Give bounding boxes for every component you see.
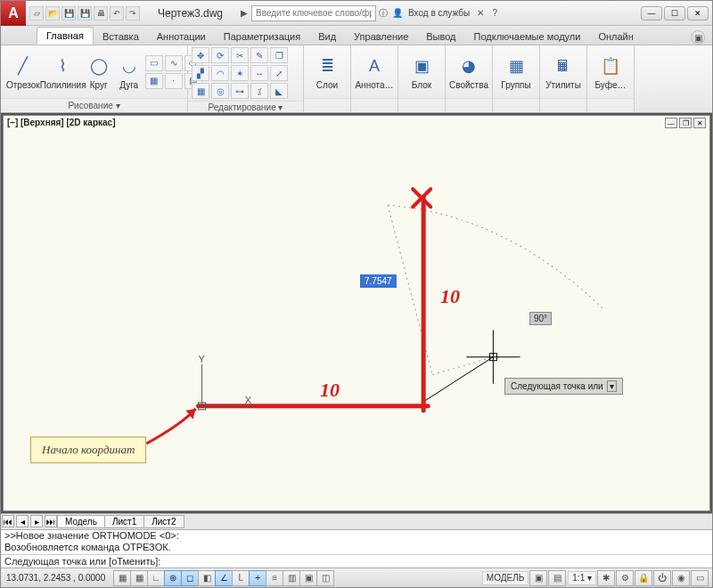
qp-toggle[interactable]: ▣ bbox=[299, 570, 317, 586]
trim-icon[interactable]: ✂ bbox=[231, 47, 249, 63]
qat-saveas-icon[interactable]: 💾 bbox=[78, 6, 92, 20]
qat-undo-icon[interactable]: ↶ bbox=[110, 6, 124, 20]
copy-icon[interactable]: ❐ bbox=[270, 47, 288, 63]
point-icon[interactable]: · bbox=[165, 73, 183, 89]
layers-button[interactable]: ≣Слои bbox=[307, 52, 347, 92]
break-icon[interactable]: ⁒ bbox=[250, 83, 268, 99]
minimize-button[interactable]: — bbox=[641, 6, 662, 20]
anno-scale[interactable]: 1:1 ▾ bbox=[568, 571, 596, 585]
panel-block: ▣Блок bbox=[398, 45, 446, 112]
osnap-toggle[interactable]: ◻ bbox=[181, 570, 199, 586]
qat-open-icon[interactable]: 📂 bbox=[45, 6, 60, 20]
qat-new-icon[interactable]: ▱ bbox=[29, 6, 44, 20]
arc-button[interactable]: ◡Дуга bbox=[115, 52, 143, 92]
sc-toggle[interactable]: ◫ bbox=[316, 570, 334, 586]
tab-output[interactable]: Вывод bbox=[417, 29, 464, 45]
layout-nav-first-icon[interactable]: ⏮ bbox=[2, 515, 14, 527]
3dosnap-toggle[interactable]: ◧ bbox=[198, 570, 216, 586]
circle-button[interactable]: ◯Круг bbox=[85, 52, 113, 92]
qat-print-icon[interactable]: 🖶 bbox=[94, 6, 108, 20]
groups-button[interactable]: ▦Группы bbox=[496, 52, 536, 92]
workspace-switch-icon[interactable]: ⚙ bbox=[616, 570, 634, 586]
drawing-area[interactable]: [–] [Верхняя] [2D каркас] — ❐ ✕ bbox=[1, 113, 712, 513]
rect-icon[interactable]: ▭ bbox=[145, 55, 163, 71]
search-input[interactable] bbox=[251, 5, 376, 21]
tpy-toggle[interactable]: ▥ bbox=[283, 570, 300, 586]
join-icon[interactable]: ⊶ bbox=[231, 83, 249, 99]
layout-tab-1[interactable]: Лист1 bbox=[104, 515, 144, 528]
rotate-icon[interactable]: ⟳ bbox=[211, 47, 229, 63]
tab-annotate[interactable]: Аннотации bbox=[148, 29, 215, 45]
line-button[interactable]: ╱Отрезок bbox=[4, 52, 42, 92]
panel-draw-title[interactable]: Рисование ▾ bbox=[1, 98, 187, 112]
clean-screen-icon[interactable]: ▭ bbox=[691, 570, 709, 586]
help-icon[interactable]: ? bbox=[488, 6, 502, 20]
lwt-toggle[interactable]: ≡ bbox=[266, 570, 283, 586]
exchange-icon[interactable]: ✕ bbox=[473, 6, 488, 20]
layout-tab-model[interactable]: Модель bbox=[57, 515, 105, 528]
panel-edit-title[interactable]: Редактирование ▾ bbox=[188, 101, 303, 112]
tab-plugins[interactable]: Подключаемые модули bbox=[465, 29, 590, 45]
hatch-icon[interactable]: ▦ bbox=[145, 73, 163, 89]
app-window: A ▱ 📂 💾 💾 🖶 ↶ ↷ Чертеж3.dwg ▶ ⓘ 👤 Вход в… bbox=[0, 0, 713, 588]
dyn-toggle[interactable]: + bbox=[249, 570, 266, 586]
scale-icon[interactable]: ⤢ bbox=[270, 65, 288, 81]
tab-parametric[interactable]: Параметризация bbox=[215, 29, 309, 45]
chamfer-icon[interactable]: ◣ bbox=[270, 83, 288, 99]
move-icon[interactable]: ✥ bbox=[192, 47, 209, 63]
isolate-objects-icon[interactable]: ◉ bbox=[672, 570, 690, 586]
otrack-toggle[interactable]: ∠ bbox=[215, 570, 233, 586]
model-space-toggle[interactable]: МОДЕЛЬ bbox=[482, 571, 529, 585]
viewport[interactable]: [–] [Верхняя] [2D каркас] — ❐ ✕ bbox=[3, 115, 710, 511]
dynamic-length-input[interactable]: 7.7547 bbox=[360, 274, 397, 288]
signin-link[interactable]: Вход в службы bbox=[405, 8, 473, 18]
panel-utils: 🖩Утилиты bbox=[540, 45, 587, 112]
tab-manage[interactable]: Управление bbox=[345, 29, 417, 45]
polyline-button[interactable]: ⌇Полилиния bbox=[44, 52, 83, 92]
maximize-button[interactable]: ☐ bbox=[664, 6, 685, 20]
offset-icon[interactable]: ◎ bbox=[211, 83, 229, 99]
layout-nav-next-icon[interactable]: ▸ bbox=[30, 515, 43, 527]
quickview-drawings-icon[interactable]: ▤ bbox=[548, 570, 566, 586]
close-button[interactable]: ✕ bbox=[687, 6, 709, 20]
erase-icon[interactable]: ✎ bbox=[250, 47, 268, 63]
stretch-icon[interactable]: ↔ bbox=[250, 65, 268, 81]
clipboard-button[interactable]: 📋Буфе… bbox=[591, 52, 630, 92]
explode-icon[interactable]: ✶ bbox=[231, 65, 249, 81]
block-button[interactable]: ▣Блок bbox=[402, 52, 441, 92]
quickview-layouts-icon[interactable]: ▣ bbox=[529, 570, 547, 586]
ducs-toggle[interactable]: L bbox=[232, 570, 250, 586]
qat-save-icon[interactable]: 💾 bbox=[61, 6, 76, 20]
ortho-toggle[interactable]: ∟ bbox=[147, 570, 165, 586]
search-play-icon[interactable]: ▶ bbox=[237, 6, 251, 20]
tab-online[interactable]: Онлайн bbox=[589, 29, 642, 45]
tab-insert[interactable]: Вставка bbox=[94, 29, 148, 45]
polar-toggle[interactable]: ⊕ bbox=[164, 570, 182, 586]
props-button[interactable]: ◕Свойства bbox=[449, 52, 488, 92]
tab-view[interactable]: Вид bbox=[309, 29, 345, 45]
tab-home[interactable]: Главная bbox=[37, 27, 94, 45]
command-prompt[interactable]: Следующая точка или [оТменить]: bbox=[1, 555, 712, 568]
utils-button[interactable]: 🖩Утилиты bbox=[544, 52, 583, 92]
layout-nav-prev-icon[interactable]: ◂ bbox=[16, 515, 29, 527]
qat-redo-icon[interactable]: ↷ bbox=[126, 6, 140, 20]
tooltip-dropdown-icon[interactable]: ▾ bbox=[607, 380, 617, 392]
ribbon-expand-icon[interactable]: ▣ bbox=[691, 30, 705, 45]
array-icon[interactable]: ▦ bbox=[192, 83, 209, 99]
mirror-icon[interactable]: ▞ bbox=[192, 65, 209, 81]
text-button[interactable]: AАннота… bbox=[355, 52, 394, 92]
hardware-accel-icon[interactable]: ⏻ bbox=[653, 570, 671, 586]
app-menu-icon[interactable]: A bbox=[1, 1, 26, 26]
fillet-icon[interactable]: ◠ bbox=[211, 65, 229, 81]
snap-toggle[interactable]: ▦ bbox=[113, 570, 131, 586]
grid-toggle[interactable]: ▦ bbox=[130, 570, 148, 586]
anno-visibility-icon[interactable]: ✱ bbox=[597, 570, 615, 586]
command-window[interactable]: >>Новое значение ORTHOMODE <0>: Возобнов… bbox=[1, 529, 712, 568]
layout-nav-last-icon[interactable]: ⏭ bbox=[45, 515, 57, 527]
layout-tab-2[interactable]: Лист2 bbox=[143, 515, 184, 528]
infocenter-icon[interactable]: ⓘ bbox=[376, 6, 390, 20]
user-icon[interactable]: 👤 bbox=[390, 6, 405, 20]
coordinates-readout[interactable]: 13.0731, 2.2453 , 0.0000 bbox=[1, 573, 111, 583]
spline-icon[interactable]: ∿ bbox=[165, 55, 183, 71]
toolbar-lock-icon[interactable]: 🔒 bbox=[635, 570, 652, 586]
